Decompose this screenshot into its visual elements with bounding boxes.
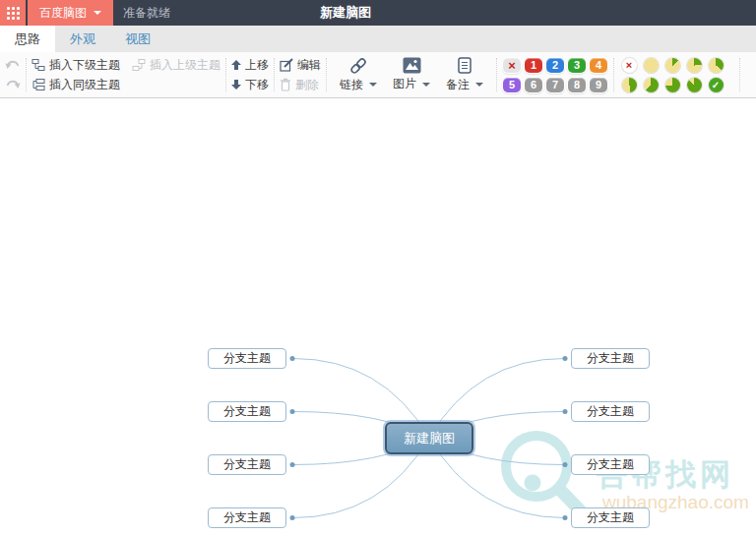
progress-2-button[interactable] — [665, 58, 680, 73]
insert-parent-topic-button[interactable]: 插入上级主题 — [132, 57, 220, 74]
document-title: 新建脑图 — [320, 0, 371, 26]
insert-parent-icon — [132, 59, 146, 71]
progress-done-button[interactable]: ✓ — [709, 78, 724, 92]
insert-sibling-icon — [32, 79, 45, 90]
progress-group: × ✓ — [619, 56, 725, 93]
progress-3-button[interactable] — [687, 58, 702, 73]
toolbar-separator — [496, 58, 497, 91]
connection-dot — [290, 356, 295, 361]
branch-topic-node[interactable]: 分支主题 — [208, 454, 286, 475]
image-button[interactable]: 图片 — [385, 57, 438, 92]
grid-icon — [7, 7, 20, 20]
branch-topic-node[interactable]: 分支主题 — [571, 507, 650, 528]
progress-1-button[interactable] — [644, 58, 659, 73]
delete-button[interactable]: 删除 — [280, 77, 321, 93]
progress-5-button[interactable] — [622, 78, 637, 92]
edit-button[interactable]: 编辑 — [280, 57, 321, 74]
priority-9-button[interactable]: 9 — [590, 78, 607, 92]
progress-clear-button[interactable]: × — [622, 58, 637, 73]
connection-dot — [563, 356, 568, 361]
check-icon: ✓ — [712, 80, 720, 90]
priority-3-button[interactable]: 3 — [568, 58, 586, 73]
insert-sibling-topic-button[interactable]: 插入同级主题 — [32, 77, 120, 93]
insert-child-icon — [32, 59, 45, 71]
toolbar-separator — [225, 58, 226, 91]
tab-appearance[interactable]: 外观 — [55, 26, 110, 52]
toolbar-separator — [326, 58, 327, 91]
priority-5-button[interactable]: 5 — [503, 78, 521, 92]
connection-dot — [290, 462, 295, 467]
redo-icon — [5, 79, 21, 91]
edit-group: 编辑 删除 — [280, 57, 321, 93]
branch-topic-node[interactable]: 分支主题 — [208, 348, 286, 369]
toolbar-separator — [739, 58, 740, 91]
link-chain-icon — [348, 57, 368, 75]
connection-dot — [563, 462, 568, 467]
tab-idea[interactable]: 思路 — [0, 26, 55, 52]
chevron-down-icon — [422, 83, 430, 87]
ribbon-toolbar: 插入下级主题 插入上级主题 插入同级主题 — [0, 52, 756, 98]
priority-1-button[interactable]: 1 — [525, 58, 542, 73]
branch-topic-node[interactable]: 分支主题 — [208, 401, 286, 422]
priority-clear-button[interactable]: × — [503, 58, 521, 73]
note-button[interactable]: 备注 — [438, 57, 491, 93]
tab-view[interactable]: 视图 — [110, 26, 165, 52]
trash-icon — [280, 78, 291, 91]
chevron-down-icon — [369, 83, 377, 87]
chevron-down-icon — [475, 83, 483, 87]
toolbar-separator — [613, 58, 614, 91]
connection-dot — [290, 515, 295, 520]
ribbon-tabbar: 思路 外观 视图 — [0, 26, 756, 52]
mindmap-canvas[interactable]: 吾帮找网 wubangzhao.com 分支主题 分支主题 分支主题 分支主题 … — [0, 98, 756, 536]
branch-topic-node[interactable]: 分支主题 — [571, 454, 650, 475]
arrow-up-icon — [231, 60, 241, 70]
redo-button[interactable] — [5, 77, 21, 93]
connection-dot — [290, 409, 295, 414]
branch-topic-node[interactable]: 分支主题 — [571, 401, 650, 422]
connection-dot — [563, 515, 568, 520]
progress-7-button[interactable] — [665, 78, 680, 92]
arrow-down-icon — [231, 80, 241, 89]
cross-icon: × — [508, 58, 516, 73]
progress-4-button[interactable] — [709, 58, 724, 73]
history-group — [5, 57, 21, 93]
priority-7-button[interactable]: 7 — [546, 78, 564, 92]
progress-8-button[interactable] — [687, 78, 702, 92]
app-grid-menu-button[interactable] — [0, 0, 26, 26]
undo-icon — [5, 59, 21, 72]
link-button[interactable]: 链接 — [332, 57, 385, 93]
move-group: 上移 下移 — [231, 57, 269, 93]
connection-dot — [563, 409, 568, 414]
priority-group: × 1 2 3 4 5 6 7 8 9 — [502, 56, 608, 93]
app-menu-button[interactable]: 百度脑图 — [28, 0, 113, 26]
branch-topic-node[interactable]: 分支主题 — [571, 348, 650, 369]
priority-4-button[interactable]: 4 — [590, 58, 607, 73]
app-header: 百度脑图 准备就绪 新建脑图 — [0, 0, 756, 26]
root-topic-node[interactable]: 新建脑图 — [385, 422, 473, 454]
branch-topic-node[interactable]: 分支主题 — [208, 507, 286, 528]
image-icon — [403, 57, 421, 74]
chevron-down-icon — [94, 11, 101, 15]
cross-icon: × — [626, 59, 632, 71]
priority-8-button[interactable]: 8 — [568, 78, 586, 92]
toolbar-separator — [26, 58, 27, 91]
app-menu-label: 百度脑图 — [39, 5, 87, 22]
priority-2-button[interactable]: 2 — [546, 58, 564, 73]
undo-button[interactable] — [5, 57, 21, 74]
insert-group: 插入下级主题 插入上级主题 插入同级主题 — [32, 57, 220, 93]
note-icon — [457, 57, 472, 75]
priority-6-button[interactable]: 6 — [525, 78, 542, 92]
status-text: 准备就绪 — [123, 5, 170, 22]
edit-icon — [280, 58, 293, 72]
toolbar-separator — [274, 58, 275, 91]
progress-6-button[interactable] — [644, 78, 659, 92]
move-down-button[interactable]: 下移 — [231, 77, 269, 93]
move-up-button[interactable]: 上移 — [231, 57, 269, 74]
insert-child-topic-button[interactable]: 插入下级主题 — [32, 57, 120, 74]
